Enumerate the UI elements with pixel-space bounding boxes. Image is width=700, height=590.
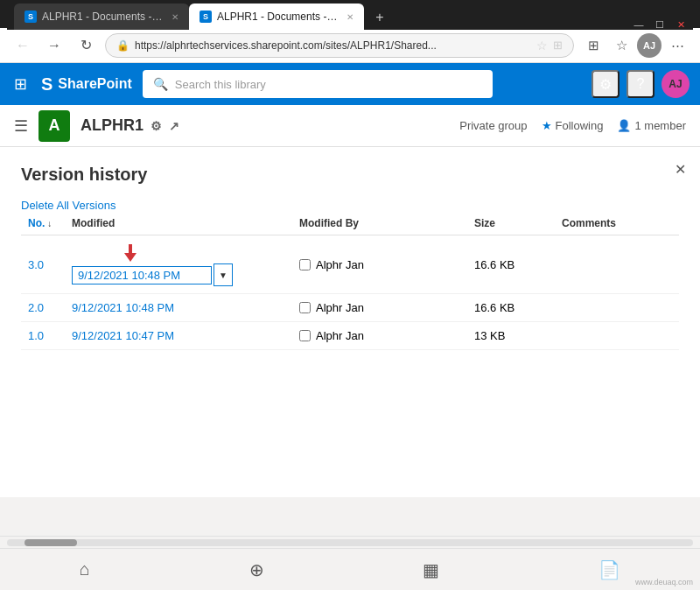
home-icon[interactable]: ⌂ [80, 559, 90, 579]
profile-button[interactable]: AJ [637, 33, 662, 58]
modified-by-cell: Alphr Jan [292, 294, 467, 322]
tab-1-label: ALPHR1 - Documents - All Docu... [42, 11, 163, 23]
version-checkbox[interactable] [299, 330, 311, 341]
grid-icon[interactable]: ▦ [423, 559, 439, 580]
sp-site-icon: A [38, 110, 70, 142]
sp-sitebar: ☰ A ALPHR1 ⚙ ↗ Private group ★ Following… [0, 105, 700, 147]
col-comments-header[interactable]: Comments [555, 212, 679, 235]
sp-site-right: Private group ★ Following 👤 1 member [459, 119, 686, 132]
close-button[interactable]: ✕ [676, 19, 686, 30]
panel-title: Version history [21, 165, 679, 185]
tab-2-favicon: S [200, 11, 212, 23]
col-no-header[interactable]: No. ↓ [21, 212, 65, 235]
size-cell: 16.6 KB [467, 294, 555, 322]
sp-members-label: 1 member [634, 119, 686, 132]
title-bar: S ALPHR1 - Documents - All Docu... ✕ S A… [0, 0, 700, 28]
modified-cell: 9/12/2021 10:47 PM [65, 322, 292, 350]
version-number-cell: 3.0 [21, 235, 65, 294]
sharepoint-topbar: ⊞ S SharePoint 🔍 Search this library ⚙ ?… [0, 63, 700, 105]
sp-logo[interactable]: S SharePoint [41, 74, 132, 95]
panel-close-button[interactable]: ✕ [675, 161, 686, 178]
tab-1[interactable]: S ALPHR1 - Documents - All Docu... ✕ [14, 4, 189, 30]
version-history-panel: ✕ Version history Delete All Versions No… [0, 147, 700, 368]
main-content: ✕ Version history Delete All Versions No… [0, 147, 700, 497]
comments-cell [555, 235, 679, 294]
delete-all-versions-link[interactable]: Delete All Versions [21, 199, 116, 212]
version-modified-link[interactable]: 9/12/2021 10:48 PM [72, 301, 174, 314]
lock-icon: 🔒 [116, 39, 130, 52]
comments-cell [555, 322, 679, 350]
version-checkbox[interactable] [299, 259, 311, 270]
modified-cell: ▼ [65, 235, 292, 294]
modified-by-name: Alphr Jan [316, 258, 364, 271]
modified-by-name: Alphr Jan [316, 301, 364, 314]
document-icon[interactable]: 📄 [598, 559, 620, 580]
tab-bar: S ALPHR1 - Documents - All Docu... ✕ S A… [7, 0, 693, 30]
sp-sidebar-toggle[interactable]: ☰ [14, 116, 28, 136]
nav-right-buttons: ⊞ ☆ AJ ⋯ [581, 33, 690, 58]
globe-icon[interactable]: ⊕ [249, 559, 264, 580]
minimize-button[interactable]: — [634, 19, 644, 30]
maximize-button[interactable]: ☐ [654, 19, 665, 30]
horizontal-scrollbar[interactable] [0, 536, 700, 548]
tab-2[interactable]: S ALPHR1 - Documents - All Docu... ✕ [189, 4, 364, 30]
col-modified-header[interactable]: Modified [65, 212, 292, 235]
sp-help-button[interactable]: ? [626, 70, 654, 98]
modified-by-name: Alphr Jan [316, 329, 364, 342]
forward-button[interactable]: → [42, 33, 66, 58]
address-bar[interactable]: 🔒 https://alphrtechservices.sharepoint.c… [105, 33, 574, 58]
comments-cell [555, 294, 679, 322]
extensions-button[interactable]: ⊞ [581, 33, 606, 58]
favorites-button[interactable]: ☆ [609, 33, 634, 58]
sp-site-settings-icon[interactable]: ⚙ [150, 119, 162, 133]
table-row: 1.09/12/2021 10:47 PMAlphr Jan13 KB [21, 322, 679, 350]
nav-bar: ← → ↻ 🔒 https://alphrtechservices.sharep… [0, 28, 700, 63]
bottom-bar: ⌂ ⊕ ▦ 📄 www.deuaq.com [0, 548, 700, 590]
modified-by-cell: Alphr Jan [292, 322, 467, 350]
version-history-table: No. ↓ Modified Modified By Size Comme [21, 212, 679, 350]
sp-search-placeholder: Search this library [175, 78, 266, 91]
sp-avatar[interactable]: AJ [662, 70, 690, 98]
tab-1-close[interactable]: ✕ [172, 12, 178, 22]
no-sort-icon: ↓ [47, 219, 52, 228]
sp-waffle-menu[interactable]: ⊞ [10, 71, 31, 97]
sp-following-star-icon: ★ [542, 119, 552, 132]
col-size-header[interactable]: Size [467, 212, 555, 235]
sp-members-icon: 👤 [617, 119, 631, 132]
version-modified-input[interactable] [72, 266, 212, 284]
scrollbar-thumb[interactable] [24, 539, 77, 546]
size-cell: 16.6 KB [467, 235, 555, 294]
col-modby-header[interactable]: Modified By [292, 212, 467, 235]
modified-cell: 9/12/2021 10:48 PM [65, 294, 292, 322]
table-header-row: No. ↓ Modified Modified By Size Comme [21, 212, 679, 235]
version-number-cell: 1.0 [21, 322, 65, 350]
sp-settings-button[interactable]: ⚙ [592, 70, 620, 98]
new-tab-button[interactable]: + [368, 5, 392, 30]
tab-1-favicon: S [24, 11, 37, 23]
tab-2-close[interactable]: ✕ [346, 12, 354, 22]
address-text: https://alphrtechservices.sharepoint.com… [135, 39, 531, 52]
settings-button[interactable]: ⋯ [665, 33, 690, 58]
version-number-cell: 2.0 [21, 294, 65, 322]
sp-search-bar[interactable]: 🔍 Search this library [143, 70, 493, 98]
watermark: www.deuaq.com [635, 578, 693, 586]
sp-app-name: SharePoint [58, 76, 131, 92]
version-checkbox[interactable] [299, 302, 311, 313]
sp-following-button[interactable]: ★ Following [542, 119, 604, 132]
sp-following-label: Following [556, 119, 604, 132]
sp-site-name: ALPHR1 ⚙ ↗ [80, 116, 179, 135]
scrollbar-track [7, 539, 693, 546]
version-dropdown-button[interactable]: ▼ [214, 263, 233, 286]
collection-icon: ⊞ [553, 39, 563, 52]
version-modified-link[interactable]: 9/12/2021 10:47 PM [72, 329, 174, 342]
sp-site-share-icon[interactable]: ↗ [169, 119, 179, 133]
table-row: 2.09/12/2021 10:48 PMAlphr Jan16.6 KB [21, 294, 679, 322]
sp-search-icon: 🔍 [153, 77, 168, 91]
refresh-button[interactable]: ↻ [74, 33, 98, 58]
back-button[interactable]: ← [10, 33, 35, 58]
sp-logo-icon: S [41, 74, 52, 95]
sp-private-group-label: Private group [459, 119, 527, 132]
current-version-arrow [124, 242, 285, 262]
modified-by-cell: Alphr Jan [292, 235, 467, 294]
sp-members-info[interactable]: 👤 1 member [617, 119, 686, 132]
